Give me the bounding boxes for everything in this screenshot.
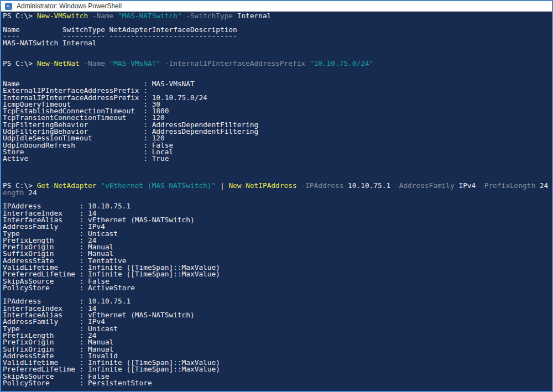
string-token: "10.10.75.0/24" [310,59,374,67]
parameter-token: -Name [92,12,118,20]
text-token: | [220,181,228,190]
command-token: New-NetIPAddress [228,181,301,190]
text-token: 24 [28,189,36,197]
powershell-icon: >_ [5,3,12,10]
terminal-line: PS C:\> New-VMSwitch -Name "MAS-NATSwitc… [3,13,552,19]
text-token: MAS-NATSwitch Internal [3,39,97,47]
command-token: New-NetNat [37,59,84,67]
parameter-token: -IPAddress [301,181,348,190]
parameter-token: -PrefixLength [480,181,540,190]
string-token: "MAS-VMsNAT" [109,59,165,67]
terminal-line: ength 24 [3,190,552,196]
text-token: Internal [237,12,272,20]
terminal-line: MAS-NATSwitch Internal [3,40,552,46]
string-token: "vEthernet (MAS-NATSwitch)" [101,181,220,190]
parameter-token: -Name [84,59,109,67]
terminal-line: Active : True [3,155,552,162]
window-title: Administrator: Windows PowerShell [17,2,122,10]
text-token: IPv4 [458,181,480,190]
terminal-line [3,163,552,169]
text-token: 24 [540,181,548,190]
parameter-token: ength [3,189,28,197]
parameter-token: -SwitchType [186,12,237,20]
terminal-line: PolicyStore : PersistentStore [3,380,552,386]
text-token: PS C:\> [3,12,37,20]
terminal-line [3,169,552,176]
terminal-line [3,67,552,74]
string-token: "MAS-NATSwitch" [118,12,186,20]
text-token: Active : True [3,154,169,163]
command-token: New-VMSwitch [37,12,92,20]
text-token: PS C:\> [3,59,37,67]
text-token: PolicyStore : PersistentStore [3,379,152,387]
terminal-line [3,46,552,53]
terminal-line: PS C:\> New-NetNat -Name "MAS-VMsNAT" -I… [3,60,552,67]
title-bar[interactable]: >_ Administrator: Windows PowerShell [1,1,552,12]
terminal-line: PolicyStore : ActiveStore [3,285,552,291]
terminal-line: PS C:\> Get-NetAdapter "vEthernet (MAS-N… [3,182,552,189]
powershell-window: >_ Administrator: Windows PowerShell PS … [0,0,553,392]
text-token: PolicyStore : ActiveStore [3,284,135,292]
terminal[interactable]: PS C:\> New-VMSwitch -Name "MAS-NATSwitc… [1,12,552,386]
command-token: Get-NetAdapter [37,181,101,190]
parameter-token: -AddressFamily [395,181,459,190]
text-token: 10.10.75.1 [348,181,395,190]
parameter-token: -InternalIPInterfaceAddressPrefix [165,59,310,67]
